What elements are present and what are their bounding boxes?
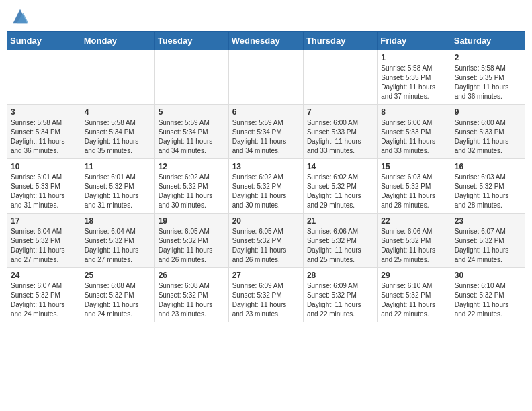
day-info: Sunrise: 6:06 AM Sunset: 5:32 PM Dayligh… (307, 227, 373, 265)
calendar-cell: 23Sunrise: 6:07 AM Sunset: 5:32 PM Dayli… (451, 214, 525, 268)
calendar-cell: 6Sunrise: 5:59 AM Sunset: 5:34 PM Daylig… (228, 105, 303, 159)
calendar-cell: 25Sunrise: 6:08 AM Sunset: 5:32 PM Dayli… (81, 268, 154, 322)
day-number: 1 (381, 53, 447, 62)
day-number: 2 (455, 53, 521, 62)
calendar-cell: 13Sunrise: 6:02 AM Sunset: 5:32 PM Dayli… (228, 159, 303, 214)
day-info: Sunrise: 5:58 AM Sunset: 5:34 PM Dayligh… (11, 118, 77, 156)
calendar-header-sunday: Sunday (7, 32, 81, 50)
calendar-header-monday: Monday (81, 32, 154, 50)
day-info: Sunrise: 5:59 AM Sunset: 5:34 PM Dayligh… (232, 118, 300, 156)
day-info: Sunrise: 5:58 AM Sunset: 5:35 PM Dayligh… (455, 64, 521, 101)
day-number: 23 (455, 216, 521, 226)
calendar-week-row: 1Sunrise: 5:58 AM Sunset: 5:35 PM Daylig… (7, 50, 525, 105)
day-info: Sunrise: 6:04 AM Sunset: 5:32 PM Dayligh… (85, 227, 151, 265)
calendar-header-row: SundayMondayTuesdayWednesdayThursdayFrid… (7, 32, 525, 50)
day-number: 16 (455, 162, 521, 171)
day-number: 22 (381, 216, 447, 226)
calendar-cell: 16Sunrise: 6:03 AM Sunset: 5:32 PM Dayli… (451, 159, 525, 214)
day-number: 24 (11, 271, 77, 280)
day-number: 20 (232, 216, 300, 226)
day-info: Sunrise: 6:10 AM Sunset: 5:32 PM Dayligh… (381, 281, 447, 319)
day-info: Sunrise: 6:01 AM Sunset: 5:32 PM Dayligh… (85, 173, 151, 210)
day-info: Sunrise: 6:00 AM Sunset: 5:33 PM Dayligh… (455, 118, 521, 156)
day-number: 17 (11, 216, 77, 226)
calendar-cell: 18Sunrise: 6:04 AM Sunset: 5:32 PM Dayli… (81, 214, 154, 268)
day-info: Sunrise: 6:00 AM Sunset: 5:33 PM Dayligh… (307, 118, 373, 156)
day-number: 4 (85, 107, 151, 117)
calendar-cell: 21Sunrise: 6:06 AM Sunset: 5:32 PM Dayli… (303, 214, 377, 268)
day-number: 7 (307, 107, 373, 117)
day-info: Sunrise: 6:10 AM Sunset: 5:32 PM Dayligh… (455, 281, 521, 319)
day-number: 12 (159, 162, 225, 171)
calendar-cell: 11Sunrise: 6:01 AM Sunset: 5:32 PM Dayli… (81, 159, 154, 214)
day-info: Sunrise: 6:08 AM Sunset: 5:32 PM Dayligh… (85, 281, 151, 319)
calendar-cell: 20Sunrise: 6:05 AM Sunset: 5:32 PM Dayli… (228, 214, 303, 268)
calendar-cell: 12Sunrise: 6:02 AM Sunset: 5:32 PM Dayli… (154, 159, 228, 214)
day-info: Sunrise: 6:07 AM Sunset: 5:32 PM Dayligh… (455, 227, 521, 265)
day-number: 10 (11, 162, 77, 171)
logo (9, 9, 30, 26)
calendar-cell (7, 50, 81, 105)
calendar-cell: 1Sunrise: 5:58 AM Sunset: 5:35 PM Daylig… (378, 50, 451, 105)
day-info: Sunrise: 6:02 AM Sunset: 5:32 PM Dayligh… (159, 173, 225, 210)
day-number: 19 (159, 216, 225, 226)
calendar-header-saturday: Saturday (451, 32, 525, 50)
calendar-cell: 28Sunrise: 6:09 AM Sunset: 5:32 PM Dayli… (303, 268, 377, 322)
day-number: 30 (455, 271, 521, 280)
day-info: Sunrise: 6:02 AM Sunset: 5:32 PM Dayligh… (307, 173, 373, 210)
day-info: Sunrise: 6:07 AM Sunset: 5:32 PM Dayligh… (11, 281, 77, 319)
calendar-week-row: 10Sunrise: 6:01 AM Sunset: 5:33 PM Dayli… (7, 159, 525, 214)
calendar-cell: 8Sunrise: 6:00 AM Sunset: 5:33 PM Daylig… (378, 105, 451, 159)
day-number: 9 (455, 107, 521, 117)
day-number: 5 (159, 107, 225, 117)
day-number: 21 (307, 216, 373, 226)
calendar-table: SundayMondayTuesdayWednesdayThursdayFrid… (7, 31, 525, 322)
day-info: Sunrise: 6:05 AM Sunset: 5:32 PM Dayligh… (159, 227, 225, 265)
day-info: Sunrise: 5:59 AM Sunset: 5:34 PM Dayligh… (159, 118, 225, 156)
calendar-cell: 4Sunrise: 5:58 AM Sunset: 5:34 PM Daylig… (81, 105, 154, 159)
calendar-cell: 30Sunrise: 6:10 AM Sunset: 5:32 PM Dayli… (451, 268, 525, 322)
page-header (7, 7, 525, 26)
day-info: Sunrise: 6:09 AM Sunset: 5:32 PM Dayligh… (232, 281, 300, 319)
day-info: Sunrise: 6:02 AM Sunset: 5:32 PM Dayligh… (232, 173, 300, 210)
day-info: Sunrise: 6:04 AM Sunset: 5:32 PM Dayligh… (11, 227, 77, 265)
day-number: 6 (232, 107, 300, 117)
calendar-cell (81, 50, 154, 105)
calendar-cell: 2Sunrise: 5:58 AM Sunset: 5:35 PM Daylig… (451, 50, 525, 105)
calendar-header-wednesday: Wednesday (228, 32, 303, 50)
calendar-header-thursday: Thursday (303, 32, 377, 50)
calendar-header-tuesday: Tuesday (154, 32, 228, 50)
day-number: 13 (232, 162, 300, 171)
day-number: 26 (159, 271, 225, 280)
day-info: Sunrise: 6:03 AM Sunset: 5:32 PM Dayligh… (455, 173, 521, 210)
calendar-header-friday: Friday (378, 32, 451, 50)
calendar-week-row: 17Sunrise: 6:04 AM Sunset: 5:32 PM Dayli… (7, 214, 525, 268)
calendar-cell (228, 50, 303, 105)
day-number: 8 (381, 107, 447, 117)
day-info: Sunrise: 6:06 AM Sunset: 5:32 PM Dayligh… (381, 227, 447, 265)
calendar-cell: 7Sunrise: 6:00 AM Sunset: 5:33 PM Daylig… (303, 105, 377, 159)
calendar-cell: 3Sunrise: 5:58 AM Sunset: 5:34 PM Daylig… (7, 105, 81, 159)
day-number: 3 (11, 107, 77, 117)
calendar-cell: 14Sunrise: 6:02 AM Sunset: 5:32 PM Dayli… (303, 159, 377, 214)
calendar-cell: 17Sunrise: 6:04 AM Sunset: 5:32 PM Dayli… (7, 214, 81, 268)
day-info: Sunrise: 6:03 AM Sunset: 5:32 PM Dayligh… (381, 173, 447, 210)
day-info: Sunrise: 5:58 AM Sunset: 5:34 PM Dayligh… (85, 118, 151, 156)
calendar-cell: 9Sunrise: 6:00 AM Sunset: 5:33 PM Daylig… (451, 105, 525, 159)
day-info: Sunrise: 5:58 AM Sunset: 5:35 PM Dayligh… (381, 64, 447, 101)
calendar-cell: 24Sunrise: 6:07 AM Sunset: 5:32 PM Dayli… (7, 268, 81, 322)
calendar-week-row: 3Sunrise: 5:58 AM Sunset: 5:34 PM Daylig… (7, 105, 525, 159)
calendar-cell (154, 50, 228, 105)
calendar-cell: 5Sunrise: 5:59 AM Sunset: 5:34 PM Daylig… (154, 105, 228, 159)
day-number: 15 (381, 162, 447, 171)
logo-icon (11, 7, 30, 26)
calendar-cell: 29Sunrise: 6:10 AM Sunset: 5:32 PM Dayli… (378, 268, 451, 322)
day-info: Sunrise: 6:05 AM Sunset: 5:32 PM Dayligh… (232, 227, 300, 265)
day-info: Sunrise: 6:01 AM Sunset: 5:33 PM Dayligh… (11, 173, 77, 210)
day-number: 28 (307, 271, 373, 280)
day-info: Sunrise: 6:09 AM Sunset: 5:32 PM Dayligh… (307, 281, 373, 319)
day-number: 14 (307, 162, 373, 171)
day-info: Sunrise: 6:08 AM Sunset: 5:32 PM Dayligh… (159, 281, 225, 319)
calendar-cell: 27Sunrise: 6:09 AM Sunset: 5:32 PM Dayli… (228, 268, 303, 322)
day-info: Sunrise: 6:00 AM Sunset: 5:33 PM Dayligh… (381, 118, 447, 156)
